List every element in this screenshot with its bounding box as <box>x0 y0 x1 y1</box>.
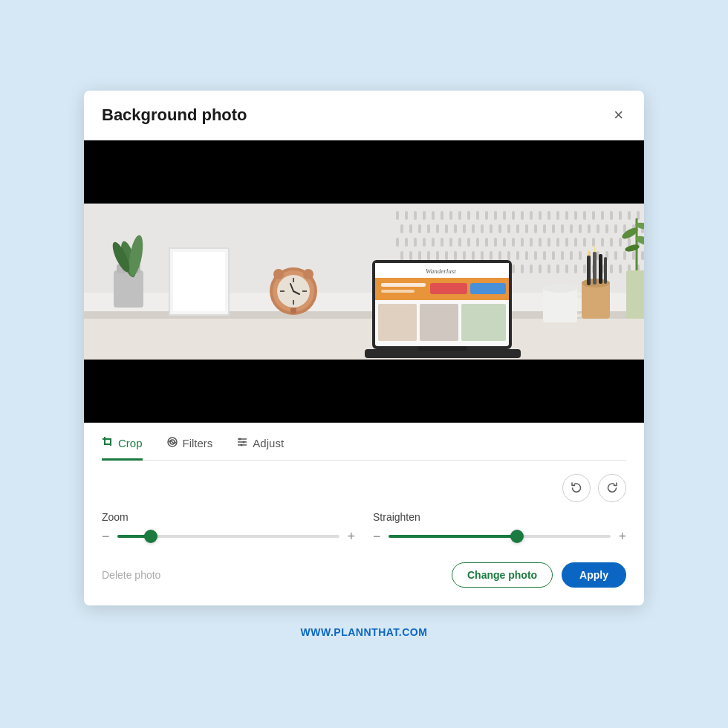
svg-rect-78 <box>574 238 577 247</box>
svg-rect-45 <box>534 224 537 233</box>
svg-rect-177 <box>418 346 467 351</box>
controls-area: Crop Filters <box>84 423 644 605</box>
straighten-minus[interactable]: − <box>373 529 381 545</box>
svg-rect-10 <box>467 211 470 220</box>
svg-rect-144 <box>114 270 143 308</box>
svg-rect-70 <box>503 238 506 247</box>
rotate-ccw-button[interactable] <box>562 474 591 502</box>
rotate-cw-button[interactable] <box>598 474 626 502</box>
svg-rect-50 <box>579 224 582 233</box>
svg-rect-62 <box>432 238 435 247</box>
svg-rect-102 <box>543 251 546 260</box>
svg-rect-77 <box>565 238 568 247</box>
zoom-slider-row: − + <box>102 529 355 545</box>
svg-rect-13 <box>494 211 497 220</box>
svg-rect-37 <box>463 224 466 233</box>
svg-rect-39 <box>481 224 484 233</box>
svg-rect-60 <box>414 238 417 247</box>
svg-rect-182 <box>587 256 591 285</box>
svg-rect-38 <box>472 224 475 233</box>
close-button[interactable]: × <box>611 104 626 126</box>
svg-rect-128 <box>521 264 524 273</box>
svg-rect-51 <box>588 224 591 233</box>
svg-rect-21 <box>565 211 568 220</box>
svg-rect-23 <box>583 211 586 220</box>
svg-rect-100 <box>525 251 528 260</box>
svg-rect-36 <box>454 224 457 233</box>
svg-rect-4 <box>414 211 417 220</box>
svg-point-160 <box>273 269 284 279</box>
svg-rect-30 <box>400 224 403 233</box>
svg-rect-41 <box>498 224 501 233</box>
svg-rect-73 <box>530 238 533 247</box>
svg-rect-14 <box>503 211 506 220</box>
zoom-track[interactable] <box>117 535 340 538</box>
svg-rect-5 <box>423 211 426 220</box>
svg-rect-49 <box>570 224 573 233</box>
svg-rect-34 <box>436 224 439 233</box>
svg-rect-110 <box>614 251 617 260</box>
svg-rect-18 <box>539 211 542 220</box>
filters-icon <box>166 436 178 451</box>
straighten-plus[interactable]: + <box>618 529 626 545</box>
straighten-label: Straighten <box>373 511 626 523</box>
svg-rect-8 <box>449 211 452 220</box>
modal: Background photo × <box>84 91 644 605</box>
delete-photo-link[interactable]: Delete photo <box>102 569 160 581</box>
svg-rect-95 <box>481 251 484 260</box>
zoom-minus[interactable]: − <box>102 529 110 545</box>
svg-rect-135 <box>583 264 586 273</box>
svg-rect-129 <box>530 264 533 273</box>
modal-header: Background photo × <box>84 91 644 140</box>
svg-rect-99 <box>516 251 519 260</box>
svg-text:Wanderlust: Wanderlust <box>426 267 456 275</box>
modal-title: Background photo <box>102 105 247 125</box>
svg-rect-22 <box>574 211 577 220</box>
footer-row: Delete photo Change photo Apply <box>102 562 626 588</box>
tab-crop[interactable]: Crop <box>102 436 143 461</box>
svg-rect-92 <box>454 251 457 260</box>
svg-rect-171 <box>430 283 467 294</box>
svg-rect-76 <box>556 238 559 247</box>
tab-bar: Crop Filters <box>102 436 626 461</box>
zoom-thumb[interactable] <box>144 530 157 543</box>
svg-rect-80 <box>592 238 595 247</box>
tab-adjust[interactable]: Adjust <box>236 436 284 461</box>
svg-rect-53 <box>605 224 608 233</box>
svg-rect-175 <box>461 304 506 341</box>
svg-rect-150 <box>173 252 225 311</box>
straighten-thumb[interactable] <box>510 530 524 543</box>
svg-rect-35 <box>445 224 448 233</box>
svg-rect-61 <box>423 238 426 247</box>
tab-filters[interactable]: Filters <box>166 436 213 461</box>
svg-rect-1 <box>84 204 644 293</box>
svg-rect-130 <box>539 264 542 273</box>
straighten-track[interactable] <box>389 535 611 538</box>
svg-rect-40 <box>490 224 493 233</box>
zoom-plus[interactable]: + <box>347 529 355 545</box>
svg-rect-16 <box>521 211 524 220</box>
adjust-label: Adjust <box>253 437 284 449</box>
svg-rect-26 <box>610 211 613 220</box>
svg-rect-183 <box>593 252 597 285</box>
svg-rect-98 <box>507 251 510 260</box>
svg-rect-20 <box>556 211 559 220</box>
filters-label: Filters <box>183 437 213 449</box>
svg-rect-64 <box>449 238 452 247</box>
svg-rect-104 <box>561 251 564 260</box>
svg-rect-75 <box>547 238 550 247</box>
svg-rect-185 <box>604 257 607 284</box>
svg-rect-138 <box>610 264 613 273</box>
svg-rect-81 <box>601 238 604 247</box>
svg-point-161 <box>303 269 313 279</box>
svg-rect-68 <box>485 238 488 247</box>
apply-button[interactable]: Apply <box>562 562 626 588</box>
svg-rect-54 <box>614 224 617 233</box>
svg-rect-67 <box>476 238 479 247</box>
modal-wrapper: Background photo × <box>84 91 644 638</box>
svg-rect-134 <box>574 264 577 273</box>
change-photo-button[interactable]: Change photo <box>452 562 553 588</box>
svg-rect-91 <box>445 251 448 260</box>
svg-rect-47 <box>552 224 555 233</box>
zoom-slider-group: Zoom − + <box>102 511 355 545</box>
